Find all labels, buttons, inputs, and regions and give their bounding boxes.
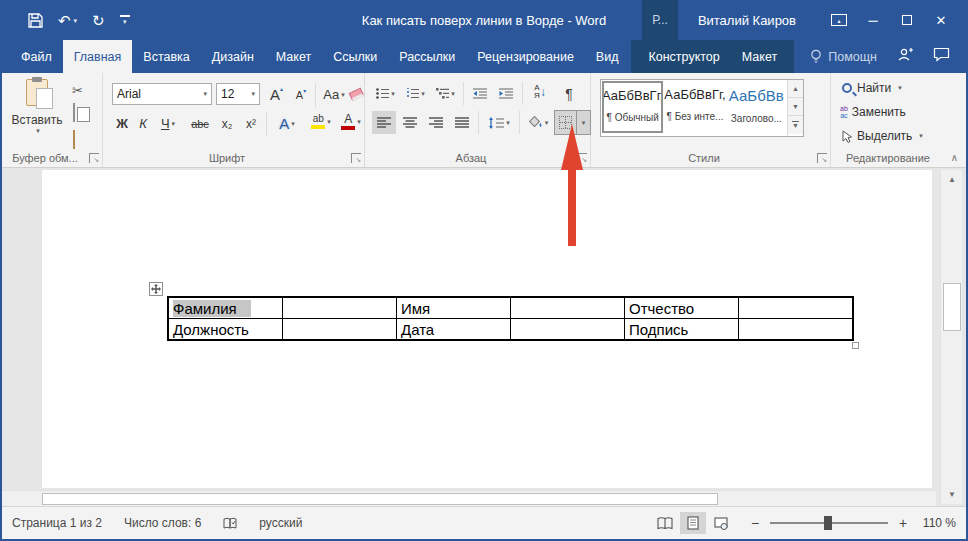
proofing-status[interactable]: [223, 517, 237, 530]
tab-table-design[interactable]: Конструктор: [637, 40, 730, 73]
paste-button[interactable]: Вставить ▾: [10, 79, 64, 153]
styles-dialog-launcher[interactable]: ↘: [817, 153, 827, 163]
tab-view[interactable]: Вид: [585, 40, 630, 73]
word-count[interactable]: Число слов: 6: [124, 516, 201, 530]
tab-review[interactable]: Рецензирование: [466, 40, 585, 73]
tab-table-layout[interactable]: Макет: [731, 40, 788, 73]
share-button[interactable]: [897, 47, 913, 66]
vertical-scrollbar[interactable]: ▲ ▼: [940, 170, 962, 504]
shrink-font-button[interactable]: A▾: [290, 83, 312, 106]
superscript-button[interactable]: x²: [240, 112, 262, 135]
language-indicator[interactable]: русский: [259, 516, 302, 530]
collapse-ribbon-button[interactable]: ∧: [951, 152, 958, 163]
table-move-handle[interactable]: [149, 282, 163, 296]
tab-layout[interactable]: Макет: [265, 40, 322, 73]
increase-indent-button[interactable]: [494, 82, 518, 105]
style-heading1[interactable]: АаБбВв Заголово...: [726, 80, 787, 132]
clear-formatting-button[interactable]: [348, 83, 364, 106]
strikethrough-button[interactable]: abc: [186, 112, 214, 135]
style-no-spacing[interactable]: АаБбВвГг, ¶ Без инте...: [664, 80, 725, 132]
underline-button[interactable]: Ч▾: [154, 112, 182, 135]
table-cell[interactable]: [283, 298, 397, 319]
scroll-up-button[interactable]: ▲: [943, 171, 961, 188]
close-button[interactable]: ✕: [924, 0, 958, 40]
zoom-level[interactable]: 110 %: [910, 516, 956, 530]
table-cell[interactable]: Дата: [397, 319, 511, 340]
zoom-slider-thumb[interactable]: [824, 516, 832, 530]
italic-button[interactable]: К: [134, 112, 152, 135]
read-mode-button[interactable]: [652, 512, 678, 534]
ribbon-display-options-button[interactable]: ▴: [822, 0, 856, 40]
change-case-button[interactable]: Aa▾: [319, 83, 349, 106]
multilevel-list-button[interactable]: ▾: [432, 82, 459, 105]
tab-file[interactable]: Файл: [10, 40, 63, 73]
redo-button[interactable]: ↻: [92, 13, 105, 28]
tab-references[interactable]: Ссылки: [322, 40, 388, 73]
text-highlight-button[interactable]: ab ▾: [305, 110, 337, 133]
table-cell[interactable]: Фамилия: [169, 298, 283, 319]
table-cell[interactable]: [739, 298, 853, 319]
customize-qat-button[interactable]: ▾: [120, 15, 130, 25]
table-cell[interactable]: [739, 319, 853, 340]
horizontal-scroll-thumb[interactable]: [42, 493, 718, 505]
tell-me-tab[interactable]: Помощн: [810, 49, 877, 64]
align-right-button[interactable]: [424, 111, 448, 134]
align-left-button[interactable]: [372, 111, 396, 134]
font-family-combobox[interactable]: Arial▾: [112, 83, 212, 105]
table-cell[interactable]: [511, 298, 625, 319]
bold-button[interactable]: Ж: [112, 112, 132, 135]
tab-home[interactable]: Главная: [63, 40, 133, 73]
line-spacing-button[interactable]: ▾: [483, 111, 515, 134]
bullets-button[interactable]: ▾: [372, 82, 399, 105]
table-cell[interactable]: Отчество: [625, 298, 739, 319]
align-center-button[interactable]: [398, 111, 422, 134]
tab-design[interactable]: Дизайн: [201, 40, 265, 73]
zoom-out-button[interactable]: −: [748, 515, 762, 531]
styles-scroll-up-button[interactable]: ▲: [788, 80, 803, 98]
user-name[interactable]: Виталий Каиров: [698, 13, 796, 28]
minimize-button[interactable]: ─: [856, 0, 890, 40]
find-button[interactable]: Найти▾: [842, 81, 902, 95]
select-button[interactable]: Выделить▾: [842, 129, 923, 143]
cut-button[interactable]: ✂: [72, 81, 83, 99]
table-cell[interactable]: Имя: [397, 298, 511, 319]
table-resize-handle[interactable]: [852, 342, 859, 349]
maximize-button[interactable]: [890, 0, 924, 40]
show-marks-button[interactable]: ¶: [558, 82, 580, 105]
numbering-button[interactable]: ▾: [402, 82, 429, 105]
styles-scroll-down-button[interactable]: ▼: [788, 98, 803, 116]
vertical-scroll-thumb[interactable]: [943, 283, 961, 331]
zoom-slider[interactable]: [770, 522, 888, 524]
tab-insert[interactable]: Вставка: [132, 40, 200, 73]
justify-button[interactable]: [450, 111, 474, 134]
subscript-button[interactable]: x₂: [216, 112, 238, 135]
font-size-combobox[interactable]: 12▾: [216, 83, 260, 105]
horizontal-scrollbar[interactable]: [2, 490, 936, 506]
table-cell[interactable]: [283, 319, 397, 340]
styles-more-button[interactable]: ▼: [788, 116, 803, 134]
table-cell[interactable]: Должность: [169, 319, 283, 340]
sort-button[interactable]: АЯ ↓: [527, 80, 553, 103]
font-color-button[interactable]: А ▾: [338, 110, 364, 133]
replace-button[interactable]: ab ac Заменить: [840, 105, 906, 119]
table-cell[interactable]: Подпись: [625, 319, 739, 340]
tab-mailings[interactable]: Рассылки: [388, 40, 466, 73]
clipboard-dialog-launcher[interactable]: ↘: [89, 153, 99, 163]
save-button[interactable]: [28, 13, 43, 28]
style-normal[interactable]: АаБбВвГг, ¶ Обычный: [602, 81, 663, 133]
format-painter-button[interactable]: [73, 131, 75, 149]
scroll-down-button[interactable]: ▼: [943, 486, 961, 503]
grow-font-button[interactable]: A▴: [265, 83, 288, 106]
decrease-indent-button[interactable]: [468, 82, 492, 105]
copy-button[interactable]: [73, 104, 75, 122]
undo-button[interactable]: ↶ ▾: [58, 13, 77, 28]
zoom-in-button[interactable]: +: [896, 515, 910, 531]
comments-button[interactable]: [933, 47, 950, 66]
font-dialog-launcher[interactable]: ↘: [351, 153, 361, 163]
print-layout-button[interactable]: [680, 512, 706, 534]
shading-button[interactable]: ▾: [523, 111, 553, 134]
web-layout-button[interactable]: [708, 512, 734, 534]
page-indicator[interactable]: Страница 1 из 2: [12, 516, 102, 530]
table-cell[interactable]: [511, 319, 625, 340]
text-effects-button[interactable]: A▾: [272, 112, 302, 135]
